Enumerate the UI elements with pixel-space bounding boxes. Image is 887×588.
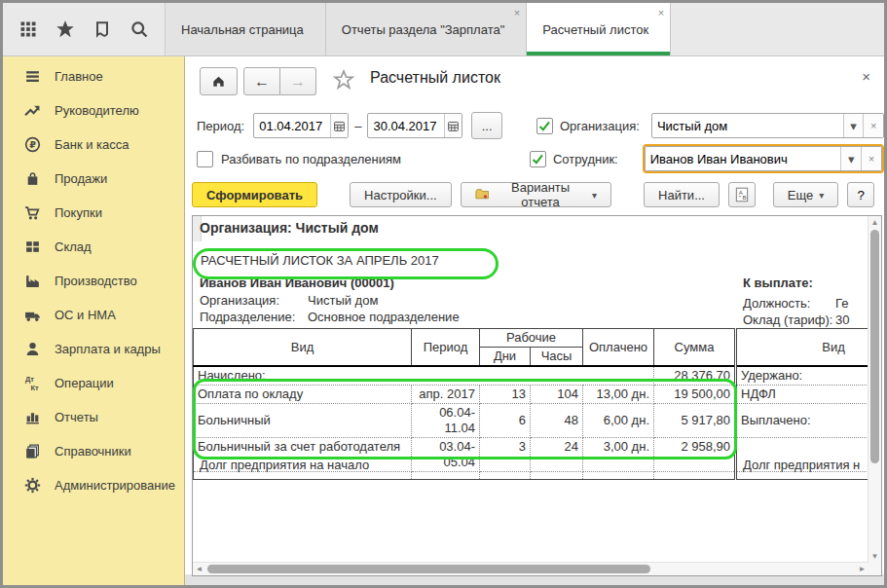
- sidebar-item-label: Зарплата и кадры: [55, 342, 161, 356]
- split-by-departments-checkbox[interactable]: [197, 151, 213, 167]
- sidebar-item-salary-hr[interactable]: Зарплата и кадры: [3, 332, 184, 366]
- tab-salary-reports[interactable]: Отчеты раздела "Зарплата" ×: [326, 3, 528, 55]
- gear-icon: [24, 477, 41, 494]
- quick-panel: [3, 3, 166, 55]
- sidebar-item-main[interactable]: Главное: [3, 59, 184, 93]
- employee-input[interactable]: [646, 147, 841, 170]
- check-icon: [538, 120, 551, 132]
- favorites-star-icon[interactable]: [55, 19, 75, 39]
- report-toolbar: Сформировать Настройки... Варианты отчет…: [192, 181, 874, 208]
- chevron-down-icon[interactable]: ▾: [840, 147, 861, 170]
- panel-close-icon[interactable]: ×: [862, 68, 870, 85]
- scroll-right-icon[interactable]: ►: [856, 563, 869, 575]
- cell-sum: 2 958,90: [654, 438, 736, 472]
- col-paid: Оплачено: [583, 329, 654, 367]
- clear-icon[interactable]: ×: [863, 114, 883, 137]
- tab-payslip[interactable]: Расчетный листок ×: [527, 3, 671, 55]
- cell-period: 06.04-11.04: [412, 404, 480, 438]
- dept-row-label: Подразделение:: [200, 310, 295, 324]
- accrued-label: Начислено:: [194, 366, 654, 386]
- report-variants-label: Варианты отчета: [495, 180, 586, 209]
- period-to-input[interactable]: [368, 114, 443, 137]
- table-filler-row: [194, 472, 869, 480]
- help-button[interactable]: ?: [847, 182, 874, 207]
- scroll-left-icon[interactable]: ◄: [193, 563, 205, 575]
- settings-button[interactable]: Настройки...: [350, 182, 452, 207]
- sidebar-item-fixed-assets[interactable]: ОС и НМА: [3, 298, 184, 332]
- salary-label: Оклад (тариф):: [743, 312, 832, 327]
- report-variants-button[interactable]: Варианты отчета ▾: [461, 182, 611, 207]
- period-dash: –: [349, 119, 367, 133]
- payslip-title: РАСЧЕТНЫЙ ЛИСТОК ЗА АПРЕЛЬ 2017: [201, 253, 439, 268]
- decrypt-report-button[interactable]: AB: [728, 182, 756, 207]
- sidebar-item-warehouse[interactable]: Склад: [3, 230, 184, 264]
- period-from-input[interactable]: [254, 114, 329, 137]
- search-icon[interactable]: [129, 19, 149, 39]
- sidebar-item-purchases[interactable]: Покупки: [3, 196, 184, 230]
- sidebar-item-operations[interactable]: ДтКт Операции: [3, 366, 184, 400]
- back-icon: ←: [254, 73, 270, 91]
- salary-value: 30: [835, 312, 849, 327]
- more-button[interactable]: Еще ▾: [773, 182, 838, 207]
- horizontal-scroll-thumb[interactable]: [207, 565, 650, 573]
- scroll-up-icon[interactable]: ▲: [869, 216, 881, 229]
- sidebar-item-label: Руководителю: [55, 103, 139, 118]
- chevron-down-icon: ▾: [819, 190, 824, 201]
- to-pay-label: К выплате:: [743, 276, 813, 290]
- bag-icon: [24, 170, 41, 187]
- find-button[interactable]: Найти...: [644, 182, 720, 207]
- tab-home[interactable]: Начальная страница: [166, 3, 326, 55]
- period-more-button[interactable]: ...: [471, 112, 501, 139]
- organization-input[interactable]: [652, 114, 843, 137]
- debt-end-label: Долг предприятия н: [743, 458, 860, 472]
- sidebar-item-production[interactable]: Производство: [3, 264, 184, 298]
- home-button[interactable]: [200, 67, 238, 95]
- trend-icon: [24, 102, 41, 119]
- barchart-icon: [24, 409, 41, 425]
- forward-icon: →: [290, 73, 306, 91]
- cell-paid: 13,00 дн.: [583, 386, 654, 404]
- sidebar-item-manager[interactable]: Руководителю: [3, 93, 184, 128]
- tab-close-icon[interactable]: ×: [514, 8, 520, 18]
- person-icon: [24, 341, 41, 357]
- chevron-down-icon[interactable]: ▾: [843, 114, 864, 137]
- clear-icon[interactable]: ×: [861, 147, 881, 170]
- sidebar-item-label: Банк и касса: [55, 137, 129, 152]
- vertical-scrollbar[interactable]: ▲ ▼: [868, 216, 881, 563]
- calendar-icon[interactable]: [444, 114, 462, 137]
- sidebar: Главное Руководителю ₽ Банк и касса Прод…: [3, 56, 185, 585]
- truck-icon: [24, 307, 41, 323]
- sidebar-item-bank[interactable]: ₽ Банк и касса: [3, 128, 184, 162]
- organization-checkbox[interactable]: [536, 118, 553, 134]
- document-letters-icon: AB: [733, 186, 751, 203]
- position-label: Должность:: [743, 296, 810, 311]
- report-viewport: Организация: Чистый дом РАСЧЕТНЫЙ ЛИСТОК…: [192, 215, 882, 576]
- panel-header: ← → Расчетный листок ×: [185, 56, 884, 101]
- sidebar-item-administration[interactable]: Администрирование: [3, 468, 184, 502]
- menu-grid-icon[interactable]: [18, 19, 38, 39]
- history-icon[interactable]: [92, 19, 112, 39]
- horizontal-scrollbar[interactable]: ◄ ►: [193, 562, 869, 575]
- employee-checkbox[interactable]: [530, 151, 546, 167]
- vertical-scroll-thumb[interactable]: [870, 230, 879, 463]
- cell-hours: 48: [531, 404, 583, 438]
- sidebar-item-label: Администрирование: [55, 478, 175, 493]
- books-icon: [24, 443, 41, 459]
- generate-button[interactable]: Сформировать: [192, 182, 317, 207]
- back-button[interactable]: ←: [243, 67, 280, 95]
- tab-label: Расчетный листок: [542, 22, 648, 37]
- dtkt-icon: ДтКт: [24, 375, 41, 391]
- sidebar-item-sales[interactable]: Продажи: [3, 162, 184, 196]
- table-header-row: Вид Период Рабочие Оплачено Сумма Вид: [194, 329, 869, 348]
- forward-button[interactable]: →: [280, 67, 316, 95]
- sidebar-item-directories[interactable]: Справочники: [3, 434, 184, 468]
- home-icon: [211, 74, 226, 89]
- tab-close-icon[interactable]: ×: [658, 8, 664, 18]
- sidebar-item-label: Склад: [55, 239, 92, 254]
- org-row-value: Чистый дом: [308, 293, 378, 308]
- sidebar-item-reports[interactable]: Отчеты: [3, 400, 184, 434]
- favorite-star-icon[interactable]: [333, 69, 354, 91]
- split-by-departments-label: Разбивать по подразделениям: [221, 152, 401, 166]
- calendar-icon[interactable]: [330, 114, 349, 137]
- scroll-down-icon[interactable]: ▼: [869, 550, 881, 563]
